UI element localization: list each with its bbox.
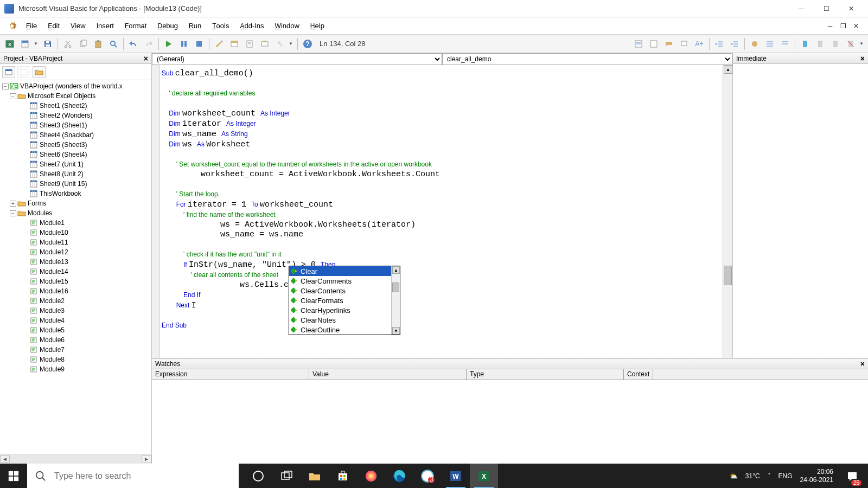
temperature[interactable]: 31°C	[745, 472, 760, 480]
close-icon[interactable]: ×	[860, 359, 865, 368]
tree-module[interactable]: Module14	[0, 267, 151, 277]
dropdown-icon[interactable]: ▼	[289, 41, 294, 46]
tree-module[interactable]: Module10	[0, 228, 151, 237]
toggle-folders-icon[interactable]	[33, 66, 46, 78]
project-hscrollbar[interactable]: ◄ ►	[0, 454, 151, 464]
intellisense-scrollbar[interactable]: ▲ ▼	[391, 266, 400, 335]
scroll-right-icon[interactable]: ►	[142, 455, 151, 463]
tray-chevron-icon[interactable]: ˄	[768, 472, 771, 480]
intellisense-item[interactable]: ClearNotes	[289, 315, 400, 325]
intellisense-popup[interactable]: ClearClearCommentsClearContentsClearForm…	[289, 266, 400, 335]
uncomment-block-icon[interactable]	[778, 37, 792, 50]
app-badge-icon[interactable]: 3	[413, 464, 442, 488]
design-mode-icon[interactable]	[213, 37, 226, 50]
word-icon[interactable]: W	[442, 464, 470, 488]
excel-taskbar-icon[interactable]: X	[470, 464, 498, 488]
notifications-icon[interactable]: 25	[841, 464, 864, 488]
procedure-combo[interactable]: clear_all_demo	[442, 53, 732, 65]
undo-icon[interactable]	[127, 37, 140, 50]
watches-col-header[interactable]: Expression	[152, 369, 309, 380]
run-icon[interactable]	[162, 37, 175, 50]
menu-format[interactable]: Format	[119, 20, 152, 32]
tree-sheet[interactable]: Sheet8 (Unit 2)	[0, 169, 151, 179]
tree-module[interactable]: Module11	[0, 237, 151, 247]
tree-module[interactable]: Module2	[0, 296, 151, 306]
redo-icon[interactable]	[142, 37, 155, 50]
tree-sheet[interactable]: Sheet1 (Sheet2)	[0, 101, 151, 111]
object-browser-icon[interactable]	[258, 37, 271, 50]
tree-sheet[interactable]: Sheet9 (Unit 15)	[0, 179, 151, 189]
scroll-left-icon[interactable]: ◄	[0, 455, 10, 463]
tree-module[interactable]: Module9	[0, 364, 151, 374]
project-tree[interactable]: −VBVBAProject (wonders of the world.x−Mi…	[0, 80, 151, 454]
outdent-icon[interactable]	[728, 37, 741, 50]
menu-file[interactable]: File	[21, 20, 42, 32]
excel-objects-folder[interactable]: −Microsoft Excel Objects	[0, 91, 151, 101]
excel-icon[interactable]: X	[3, 37, 16, 50]
weather-icon[interactable]: ⛅	[730, 472, 738, 480]
watches-column-headers[interactable]: ExpressionValueTypeContext	[152, 369, 868, 380]
close-icon[interactable]: ×	[860, 54, 865, 63]
taskbar-search[interactable]	[27, 464, 239, 488]
close-icon[interactable]: ×	[144, 54, 148, 63]
edge-icon[interactable]	[385, 464, 413, 488]
properties-icon[interactable]	[243, 37, 256, 50]
menu-insert[interactable]: Insert	[91, 20, 119, 32]
clear-bookmarks-icon[interactable]	[844, 37, 857, 50]
mdi-restore-button[interactable]: ❐	[838, 21, 848, 31]
language-indicator[interactable]: ENG	[778, 472, 793, 480]
tree-module[interactable]: Module1	[0, 218, 151, 228]
menu-run[interactable]: Run	[183, 20, 207, 32]
tree-module[interactable]: Module7	[0, 345, 151, 355]
modules-folder[interactable]: −Modules	[0, 208, 151, 218]
reset-icon[interactable]	[193, 37, 206, 50]
parameter-info-icon[interactable]	[678, 37, 691, 50]
tree-sheet[interactable]: Sheet2 (Wonders)	[0, 111, 151, 120]
watches-col-header[interactable]: Context	[624, 369, 653, 380]
tree-sheet[interactable]: Sheet5 (Sheet3)	[0, 140, 151, 150]
copy-icon[interactable]	[76, 37, 90, 50]
dropdown-icon[interactable]: ▼	[859, 41, 865, 46]
dropdown-icon[interactable]: ▼	[34, 41, 39, 46]
start-button[interactable]	[0, 464, 27, 488]
menu-window[interactable]: Window	[270, 20, 305, 32]
break-icon[interactable]	[177, 37, 190, 50]
breakpoint-icon[interactable]	[748, 37, 761, 50]
tree-sheet[interactable]: ThisWorkbook	[0, 189, 151, 198]
tree-module[interactable]: Module15	[0, 277, 151, 286]
scroll-track[interactable]	[10, 455, 142, 464]
scroll-thumb[interactable]	[392, 282, 399, 292]
cortana-icon[interactable]	[244, 464, 272, 488]
help-icon[interactable]: ?	[301, 37, 314, 50]
paste-icon[interactable]	[92, 37, 105, 50]
intellisense-item[interactable]: ClearOutline	[289, 325, 400, 335]
insert-module-icon[interactable]	[18, 37, 31, 50]
quick-info-icon[interactable]	[662, 37, 675, 50]
menu-view[interactable]: View	[65, 20, 91, 32]
menu-add-ins[interactable]: Add-Ins	[234, 20, 269, 32]
mdi-close-button[interactable]: ✕	[851, 21, 861, 31]
cut-icon[interactable]	[61, 37, 74, 50]
watches-col-header[interactable]: Type	[467, 369, 624, 380]
intellisense-item[interactable]: ClearContents	[289, 286, 400, 296]
tree-sheet[interactable]: Sheet4 (Snackbar)	[0, 130, 151, 140]
task-view-icon[interactable]	[272, 464, 301, 488]
intellisense-item[interactable]: ClearHyperlinks	[289, 305, 400, 315]
scroll-thumb[interactable]	[724, 266, 732, 285]
tree-module[interactable]: Module4	[0, 316, 151, 325]
tree-sheet[interactable]: Sheet7 (Unit 1)	[0, 159, 151, 169]
watches-col-header[interactable]: Value	[309, 369, 467, 380]
list-constants-icon[interactable]	[647, 37, 660, 50]
search-input[interactable]	[54, 471, 231, 481]
list-properties-icon[interactable]	[632, 37, 645, 50]
gear-icon[interactable]	[7, 21, 17, 31]
tree-sheet[interactable]: Sheet3 (Sheet1)	[0, 120, 151, 130]
intellisense-item[interactable]: ClearFormats	[289, 296, 400, 305]
menu-help[interactable]: Help	[305, 20, 330, 32]
menu-edit[interactable]: Edit	[42, 20, 65, 32]
tree-sheet[interactable]: Sheet6 (Sheet4)	[0, 150, 151, 159]
tree-module[interactable]: Module8	[0, 355, 151, 364]
menu-tools[interactable]: Tools	[207, 20, 234, 32]
tree-module[interactable]: Module3	[0, 306, 151, 316]
maximize-button[interactable]: ☐	[814, 0, 839, 17]
